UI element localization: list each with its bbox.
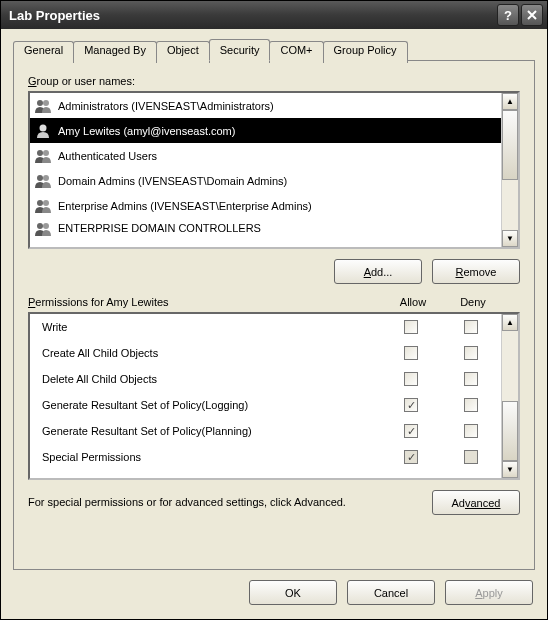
tab-general[interactable]: General: [13, 41, 74, 63]
scroll-track[interactable]: [502, 331, 518, 461]
svg-point-6: [43, 175, 49, 181]
svg-point-0: [37, 100, 43, 106]
list-item-label: Administrators (IVENSEAST\Administrators…: [58, 100, 274, 112]
deny-checkbox[interactable]: [464, 372, 478, 386]
deny-checkbox[interactable]: [464, 346, 478, 360]
permission-row: Create All Child Objects: [30, 340, 501, 366]
add-remove-row: Add... Remove: [28, 259, 520, 284]
list-item[interactable]: ENTERPRISE DOMAIN CONTROLLERS: [30, 218, 501, 238]
list-item-label: Enterprise Admins (IVENSEAST\Enterprise …: [58, 200, 312, 212]
allow-checkbox[interactable]: [404, 424, 418, 438]
close-icon: [527, 10, 537, 20]
permissions-list: Write Create All Child Objects Delete Al…: [30, 314, 501, 478]
list-item[interactable]: Administrators (IVENSEAST\Administrators…: [30, 93, 501, 118]
scroll-down-icon[interactable]: ▼: [502, 461, 518, 478]
deny-checkbox[interactable]: [464, 398, 478, 412]
tab-managed-by[interactable]: Managed By: [73, 41, 157, 63]
permissions-header: Permissions for Amy Lewites Allow Deny: [28, 296, 520, 308]
list-item-label: ENTERPRISE DOMAIN CONTROLLERS: [58, 222, 261, 234]
allow-header: Allow: [383, 296, 443, 308]
list-item-label: Amy Lewites (amyl@ivenseast.com): [58, 125, 235, 137]
permission-name: Special Permissions: [42, 451, 381, 463]
group-listbox[interactable]: Administrators (IVENSEAST\Administrators…: [28, 91, 520, 249]
permission-name: Write: [42, 321, 381, 333]
ok-button[interactable]: OK: [249, 580, 337, 605]
advanced-hint-row: For special permissions or for advanced …: [28, 490, 520, 515]
allow-checkbox[interactable]: [404, 398, 418, 412]
cancel-button[interactable]: Cancel: [347, 580, 435, 605]
permissions-for-label: Permissions for Amy Lewites: [28, 296, 383, 308]
group-icon: [34, 98, 52, 113]
window-title: Lab Properties: [5, 8, 495, 23]
permission-name: Create All Child Objects: [42, 347, 381, 359]
group-icon: [34, 198, 52, 213]
scroll-up-icon[interactable]: ▲: [502, 93, 518, 110]
tab-security[interactable]: Security: [209, 39, 271, 61]
svg-point-10: [43, 223, 49, 229]
help-button[interactable]: ?: [497, 4, 519, 26]
tab-page-security: Group or user names: Administrators (IVE…: [13, 60, 535, 570]
tabstrip: General Managed By Object Security COM+ …: [13, 39, 535, 61]
group-icon: [34, 148, 52, 163]
tab-com-plus[interactable]: COM+: [269, 41, 323, 63]
permission-row: Generate Resultant Set of Policy(Logging…: [30, 392, 501, 418]
svg-point-9: [37, 223, 43, 229]
deny-checkbox[interactable]: [464, 320, 478, 334]
svg-point-4: [43, 150, 49, 156]
permission-row: Write: [30, 314, 501, 340]
dialog-window: Lab Properties ? General Managed By Obje…: [0, 0, 548, 620]
list-item[interactable]: Authenticated Users: [30, 143, 501, 168]
dialog-content: General Managed By Object Security COM+ …: [1, 29, 547, 570]
scroll-up-icon[interactable]: ▲: [502, 314, 518, 331]
svg-point-8: [43, 200, 49, 206]
scroll-thumb[interactable]: [502, 401, 518, 461]
svg-point-2: [40, 125, 47, 132]
advanced-hint: For special permissions or for advanced …: [28, 495, 432, 509]
svg-point-3: [37, 150, 43, 156]
permission-name: Generate Resultant Set of Policy(Logging…: [42, 399, 381, 411]
allow-checkbox: [404, 450, 418, 464]
list-item[interactable]: Enterprise Admins (IVENSEAST\Enterprise …: [30, 193, 501, 218]
list-item-label: Authenticated Users: [58, 150, 157, 162]
apply-button[interactable]: Apply: [445, 580, 533, 605]
allow-checkbox[interactable]: [404, 372, 418, 386]
deny-header: Deny: [443, 296, 503, 308]
tab-object[interactable]: Object: [156, 41, 210, 63]
permission-row: Delete All Child Objects: [30, 366, 501, 392]
scrollbar[interactable]: ▲ ▼: [501, 314, 518, 478]
dialog-button-row: OK Cancel Apply: [1, 570, 547, 619]
svg-point-7: [37, 200, 43, 206]
deny-checkbox: [464, 450, 478, 464]
permission-row: Special Permissions: [30, 444, 501, 470]
scroll-track[interactable]: [502, 110, 518, 230]
permission-name: Delete All Child Objects: [42, 373, 381, 385]
group-list-items: Administrators (IVENSEAST\Administrators…: [30, 93, 501, 247]
permissions-listbox: Write Create All Child Objects Delete Al…: [28, 312, 520, 480]
user-icon: [34, 123, 52, 138]
permission-name: Generate Resultant Set of Policy(Plannin…: [42, 425, 381, 437]
svg-point-1: [43, 100, 49, 106]
allow-checkbox[interactable]: [404, 346, 418, 360]
scroll-thumb[interactable]: [502, 110, 518, 180]
group-icon: [34, 173, 52, 188]
tab-group-policy[interactable]: Group Policy: [323, 41, 408, 63]
permission-row: Generate Resultant Set of Policy(Plannin…: [30, 418, 501, 444]
svg-point-5: [37, 175, 43, 181]
deny-checkbox[interactable]: [464, 424, 478, 438]
advanced-button[interactable]: Advanced: [432, 490, 520, 515]
list-item[interactable]: Amy Lewites (amyl@ivenseast.com): [30, 118, 501, 143]
add-button[interactable]: Add...: [334, 259, 422, 284]
titlebar: Lab Properties ?: [1, 1, 547, 29]
scroll-down-icon[interactable]: ▼: [502, 230, 518, 247]
allow-checkbox[interactable]: [404, 320, 418, 334]
scrollbar[interactable]: ▲ ▼: [501, 93, 518, 247]
close-button[interactable]: [521, 4, 543, 26]
list-item-label: Domain Admins (IVENSEAST\Domain Admins): [58, 175, 287, 187]
list-item[interactable]: Domain Admins (IVENSEAST\Domain Admins): [30, 168, 501, 193]
group-icon: [34, 221, 52, 236]
remove-button[interactable]: Remove: [432, 259, 520, 284]
group-names-label: Group or user names:: [28, 75, 520, 87]
